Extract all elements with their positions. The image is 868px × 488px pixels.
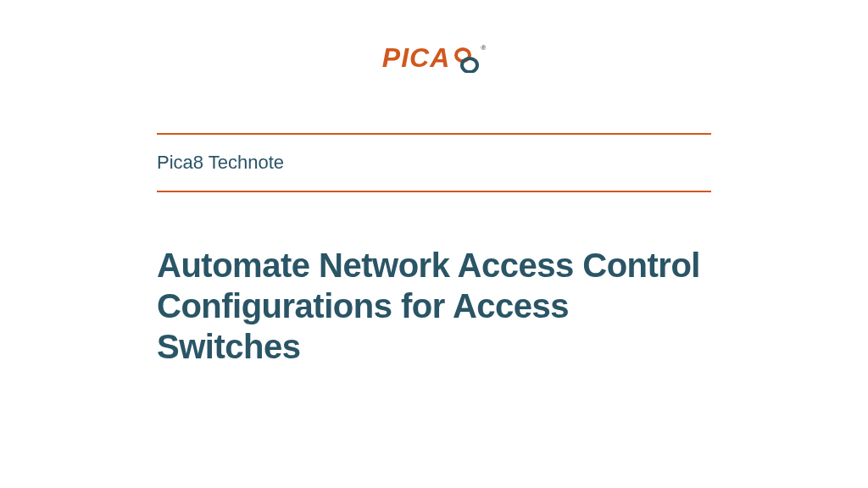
document-title: Automate Network Access Control Configur… xyxy=(157,245,711,367)
divider-bottom xyxy=(157,191,711,192)
svg-point-1 xyxy=(462,58,477,72)
logo-8-icon xyxy=(452,47,481,76)
registered-mark: ® xyxy=(481,44,486,52)
logo: PICA® xyxy=(382,42,486,78)
document-subtitle: Pica8 Technote xyxy=(157,135,711,191)
logo-brand-text: PICA xyxy=(382,42,450,73)
logo-container: PICA® xyxy=(157,42,711,78)
